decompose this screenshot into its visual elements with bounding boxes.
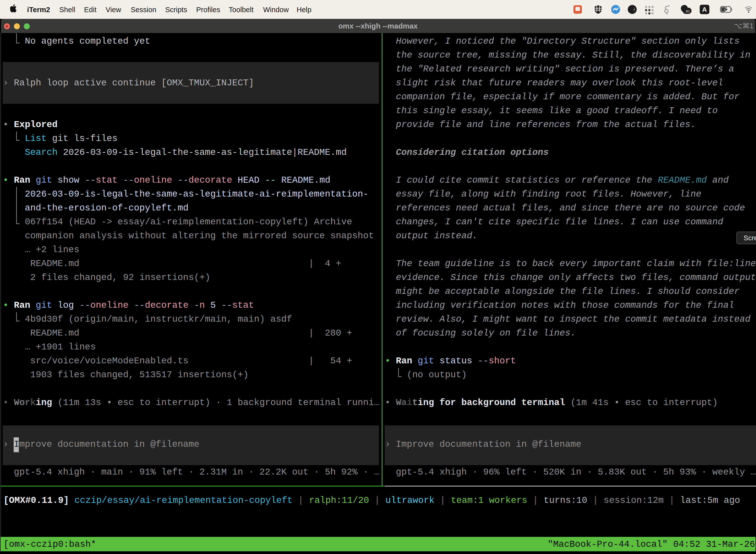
svg-text:..61: ..61: [684, 9, 690, 13]
